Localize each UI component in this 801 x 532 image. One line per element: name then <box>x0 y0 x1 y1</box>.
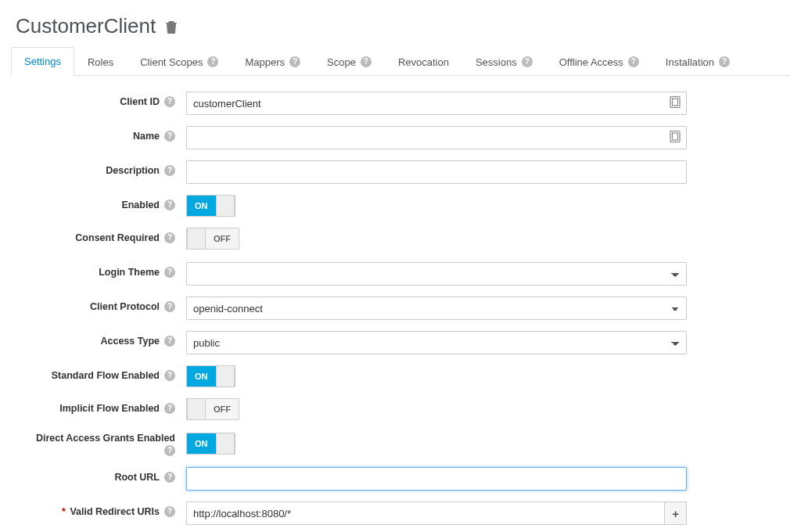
tab-client-scopes[interactable]: Client Scopes? <box>127 47 232 76</box>
description-input[interactable] <box>186 160 687 184</box>
label-valid-redirect: * Valid Redirect URIs ? <box>22 501 186 517</box>
help-icon[interactable]: ? <box>164 96 175 107</box>
label-implicit-flow: Implicit Flow Enabled ? <box>22 398 186 414</box>
tab-roles[interactable]: Roles <box>74 47 127 76</box>
delete-icon[interactable] <box>165 20 178 34</box>
help-icon[interactable]: ? <box>628 56 639 67</box>
tab-settings[interactable]: Settings <box>11 47 74 76</box>
help-icon[interactable]: ? <box>522 56 533 67</box>
help-icon[interactable]: ? <box>164 370 175 381</box>
help-icon[interactable]: ? <box>164 301 175 312</box>
help-icon[interactable]: ? <box>164 472 175 483</box>
help-icon[interactable]: ? <box>164 506 175 517</box>
add-redirect-button[interactable]: + <box>664 501 687 525</box>
help-icon[interactable]: ? <box>164 336 175 347</box>
tab-mappers[interactable]: Mappers? <box>232 47 314 76</box>
enabled-toggle[interactable]: ON <box>186 195 235 217</box>
label-client-id: Client ID ? <box>22 92 186 107</box>
client-id-input[interactable] <box>186 92 687 115</box>
standard-flow-toggle[interactable]: ON <box>186 365 235 387</box>
help-icon[interactable]: ? <box>289 56 300 67</box>
tabs: SettingsRolesClient Scopes?Mappers?Scope… <box>11 46 790 76</box>
tab-installation[interactable]: Installation? <box>652 47 743 76</box>
help-icon[interactable]: ? <box>719 56 730 67</box>
label-client-protocol: Client Protocol ? <box>22 297 186 312</box>
tab-scope[interactable]: Scope? <box>314 47 385 76</box>
tab-revocation[interactable]: Revocation <box>385 47 462 76</box>
name-input[interactable] <box>186 126 687 149</box>
label-standard-flow: Standard Flow Enabled ? <box>22 365 186 381</box>
root-url-input[interactable] <box>186 467 687 491</box>
help-icon[interactable]: ? <box>164 445 175 456</box>
label-access-type: Access Type ? <box>22 331 186 347</box>
tab-sessions[interactable]: Sessions? <box>462 47 546 76</box>
label-enabled: Enabled ? <box>22 195 186 210</box>
label-name: Name ? <box>22 126 186 142</box>
help-icon[interactable]: ? <box>164 200 175 210</box>
help-icon[interactable]: ? <box>164 232 175 243</box>
label-login-theme: Login Theme ? <box>22 262 186 278</box>
access-type-select[interactable]: public <box>186 331 687 354</box>
help-icon[interactable]: ? <box>164 267 175 278</box>
help-icon[interactable]: ? <box>164 165 175 176</box>
consent-required-toggle[interactable]: OFF <box>186 228 239 250</box>
help-icon[interactable]: ? <box>361 56 372 67</box>
label-description: Description ? <box>22 160 186 176</box>
help-icon[interactable]: ? <box>207 56 218 67</box>
settings-form: Client ID ? Name ? Description ? <box>11 76 790 532</box>
help-icon[interactable]: ? <box>164 403 175 414</box>
direct-access-toggle[interactable]: ON <box>186 433 235 455</box>
login-theme-select[interactable] <box>186 262 687 286</box>
label-root-url: Root URL ? <box>22 467 186 483</box>
label-consent-required: Consent Required ? <box>22 228 186 243</box>
tab-offline-access[interactable]: Offline Access? <box>546 47 652 76</box>
help-icon[interactable]: ? <box>164 131 175 142</box>
page-header: CustomerClient <box>16 14 790 38</box>
label-direct-access: Direct Access Grants Enabled ? <box>22 433 186 456</box>
page-title: CustomerClient <box>16 14 156 38</box>
valid-redirect-input[interactable] <box>186 501 664 525</box>
client-protocol-select[interactable]: openid-connect <box>186 297 687 320</box>
implicit-flow-toggle[interactable]: OFF <box>186 398 239 420</box>
